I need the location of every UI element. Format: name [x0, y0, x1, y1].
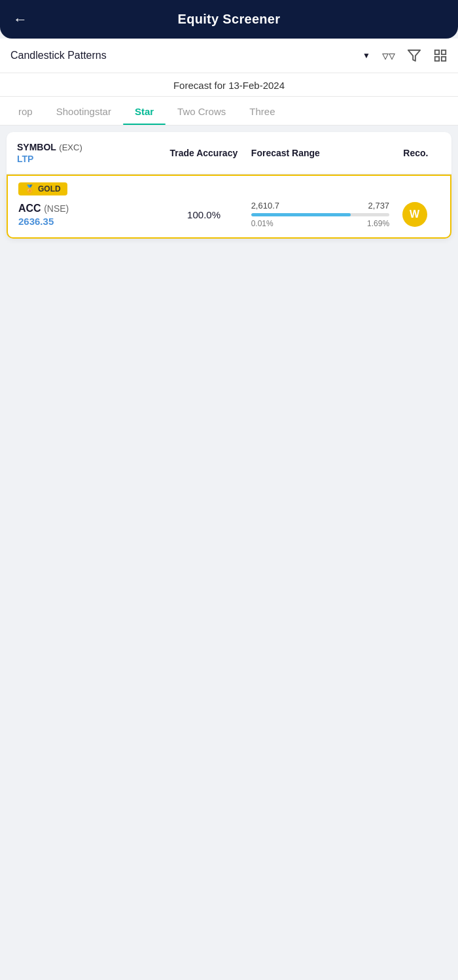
table-header: SYMBOL (EXC) LTP Trade Accuracy Forecast… — [7, 132, 451, 175]
pattern-dropdown[interactable]: Candlestick Patterns ▼ — [10, 50, 370, 61]
forecast-column: 2,610.7 2,737 0.01% 1.69% — [251, 201, 389, 228]
trade-accuracy: 100.0% — [156, 209, 251, 220]
th-ltp: LTP — [17, 154, 33, 164]
svg-rect-2 — [442, 50, 446, 54]
tab-twocrows[interactable]: Two Crows — [166, 97, 238, 125]
forecast-low: 2,610.7 — [251, 201, 279, 211]
stock-symbol: ACC — [18, 203, 41, 214]
th-reco: Reco. — [403, 148, 428, 158]
dropdown-label: Candlestick Patterns — [10, 50, 107, 61]
stock-ltp: 2636.35 — [18, 216, 156, 227]
svg-rect-4 — [442, 57, 446, 61]
tab-star[interactable]: Star — [123, 97, 166, 125]
svg-marker-0 — [408, 50, 420, 61]
app-header: ← Equity Screener — [0, 0, 458, 39]
badge-icon: 🏅 — [25, 184, 35, 194]
reco-badge: W — [402, 202, 427, 227]
gold-badge: 🏅 GOLD — [18, 182, 67, 195]
badge-label: GOLD — [38, 184, 61, 194]
tab-shootingstar[interactable]: Shootingstar — [44, 97, 123, 125]
tab-row: rop Shootingstar Star Two Crows Three — [0, 97, 458, 126]
forecast-bar-fill — [251, 213, 351, 216]
forecast-date: Forecast for 13-Feb-2024 — [0, 73, 458, 97]
grid-icon[interactable] — [433, 48, 448, 63]
reco-column: W — [389, 202, 440, 227]
back-button[interactable]: ← — [13, 11, 27, 28]
th-forecast: Forecast Range — [251, 148, 320, 158]
funnel-icon[interactable] — [407, 48, 421, 63]
stock-row: ACC (NSE) 2636.35 100.0% 2,610.7 2,737 0… — [18, 201, 440, 228]
svg-rect-1 — [435, 50, 439, 54]
forecast-pct-high: 1.69% — [367, 219, 389, 228]
svg-rect-3 — [435, 57, 439, 61]
forecast-high: 2,737 — [368, 201, 390, 211]
page-title: Equity Screener — [178, 12, 281, 27]
forecast-pct-low: 0.01% — [251, 219, 273, 228]
tab-drop[interactable]: rop — [7, 97, 44, 125]
th-exc: (EXC) — [59, 143, 82, 152]
filter-bar: Candlestick Patterns ▼ ▿▿ — [0, 39, 458, 73]
dropdown-arrow-icon: ▼ — [362, 51, 370, 60]
forecast-bar-bg — [251, 213, 389, 216]
symbol-column: ACC (NSE) 2636.35 — [18, 203, 156, 227]
stock-exchange: (NSE) — [44, 203, 69, 214]
th-symbol: SYMBOL — [17, 142, 56, 152]
th-accuracy: Trade Accuracy — [169, 148, 238, 158]
stock-card-acc[interactable]: 🏅 GOLD ACC (NSE) 2636.35 100.0% 2,610.7 … — [7, 175, 451, 239]
tab-three[interactable]: Three — [238, 97, 287, 125]
filter-icon[interactable]: ▿▿ — [382, 48, 395, 63]
